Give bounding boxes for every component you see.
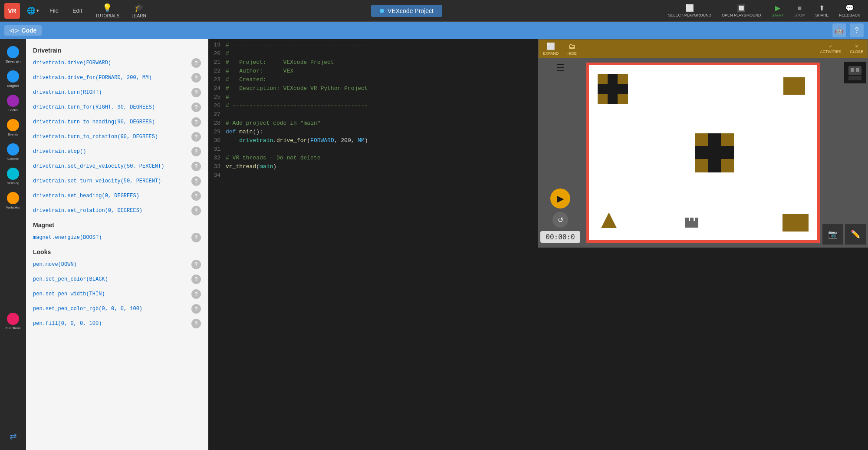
block-item[interactable]: drivetrain.stop() ? [26, 144, 208, 159]
edit-menu[interactable]: Edit [69, 6, 85, 16]
block-item[interactable]: drivetrain.turn_to_heading(90, DEGREES) … [26, 115, 208, 129]
looks-label: Looks [8, 108, 17, 112]
control-label: Control [7, 157, 19, 161]
open-playground-button[interactable]: 🔲 OPEN PLAYGROUND [718, 3, 764, 18]
learn-button[interactable]: 🎓 LEARN [129, 2, 148, 19]
help-btn[interactable]: ? [191, 73, 201, 83]
hide-label: HIDE [567, 51, 577, 56]
help-btn[interactable]: ? [191, 58, 201, 68]
sidebar-item-control[interactable]: Control [0, 141, 26, 163]
stop-icon: ■ [797, 4, 802, 12]
pg-play-button[interactable]: ▶ [550, 189, 570, 208]
stop-button[interactable]: ■ STOP [791, 3, 808, 18]
hide-button[interactable]: 🗂 HIDE [567, 43, 577, 56]
select-playground-icon: ⬜ [685, 4, 694, 12]
block-item[interactable]: drivetrain.turn(RIGHT) ? [26, 85, 208, 100]
sidebar-item-magnet[interactable]: Magnet [0, 68, 26, 90]
block-item[interactable]: magnet.energize(BOOST) ? [26, 230, 208, 245]
help-btn[interactable]: ? [191, 260, 201, 269]
help-btn[interactable]: ? [191, 176, 201, 186]
sidebar-item-functions[interactable]: Functions [0, 310, 26, 333]
block-item[interactable]: drivetrain.set_rotation(0, DEGREES) ? [26, 203, 208, 218]
pg-left-column: ☰ ▶ ↺ 00:00:0 [539, 58, 582, 247]
share-button[interactable]: ⬆ SHARE [812, 3, 832, 18]
functions-dot [7, 313, 19, 325]
playground-content: ☰ ▶ ↺ 00:00:0 [539, 58, 868, 247]
block-item[interactable]: pen.set_pen_color_rgb(0, 0, 0, 100) ? [26, 301, 208, 316]
pg-shape-cross-center [695, 133, 734, 172]
share-label: SHARE [815, 13, 829, 17]
help-btn[interactable]: ? [191, 88, 201, 97]
help-btn[interactable]: ? [191, 233, 201, 242]
drivetrain-section-title: Drivetrain [26, 43, 208, 56]
help-btn[interactable]: ? [191, 103, 201, 112]
help-btn[interactable]: ? [191, 117, 201, 127]
sidebar-item-sensing[interactable]: Sensing [0, 165, 26, 188]
activities-button[interactable]: ✓ ACTIVITIES [820, 44, 841, 54]
block-item[interactable]: drivetrain.set_turn_velocity(50, PERCENT… [26, 174, 208, 189]
help-btn[interactable]: ? [191, 162, 201, 171]
globe-button[interactable]: 🌐 ▾ [27, 7, 39, 15]
open-playground-icon: 🔲 [737, 4, 746, 12]
pg-main-area [586, 63, 820, 243]
help-btn[interactable]: ? [191, 275, 201, 284]
drivetrain-label: Drivetrain [6, 60, 20, 63]
edit-tool-button[interactable]: ✏️ [845, 224, 866, 245]
block-item[interactable]: drivetrain.turn_for(RIGHT, 90, DEGREES) … [26, 100, 208, 115]
overlay-header: ⬜ EXPAND 🗂 HIDE ✓ ACTIVITIES ✕ CLOSE [539, 40, 868, 58]
sidebar-item-looks[interactable]: Looks [0, 92, 26, 115]
open-playground-label: OPEN PLAYGROUND [722, 13, 761, 17]
svg-rect-1 [685, 218, 689, 222]
close-button[interactable]: ✕ CLOSE [850, 44, 863, 54]
camera-tool-button[interactable]: 📷 [822, 224, 843, 245]
help-btn[interactable]: ? [191, 206, 201, 215]
castle-icon [683, 212, 700, 230]
code-tab[interactable]: ◁ ▷ Code [4, 25, 42, 36]
expand-button[interactable]: ⬜ EXPAND [543, 42, 559, 56]
help-btn[interactable]: ? [191, 289, 201, 299]
pg-reset-button[interactable]: ↺ [552, 212, 568, 228]
pg-right-icons [842, 58, 868, 87]
playground-menu-icon[interactable]: ☰ [556, 63, 565, 74]
pg-shape-cross-topleft [598, 74, 628, 104]
block-item[interactable]: drivetrain.turn_to_rotation(90, DEGREES)… [26, 129, 208, 144]
block-list-panel: Drivetrain drivetrain.drive(FORWARD) ? d… [26, 39, 208, 450]
overlay-panel: ⬜ EXPAND 🗂 HIDE ✓ ACTIVITIES ✕ CLOSE [538, 39, 868, 248]
tri-shape [601, 212, 617, 228]
help-btn[interactable]: ? [191, 191, 201, 201]
sidebar-item-events[interactable]: Events [0, 116, 26, 139]
ai-button[interactable]: 🤖 [832, 23, 846, 37]
start-button[interactable]: ▶ START [768, 3, 787, 18]
start-label: START [771, 13, 784, 17]
block-item[interactable]: pen.move(DOWN) ? [26, 257, 208, 272]
svg-rect-7 [856, 68, 859, 72]
sidebar-extra-button[interactable]: ⇄ [10, 431, 17, 441]
block-item[interactable]: drivetrain.set_heading(0, DEGREES) ? [26, 189, 208, 203]
help-button[interactable]: ? [850, 23, 864, 37]
block-item[interactable]: pen.fill(0, 0, 0, 100) ? [26, 316, 208, 331]
main-layout: Drivetrain Magnet Looks Events Control S… [0, 39, 868, 450]
block-item[interactable]: pen.set_pen_width(THIN) ? [26, 287, 208, 301]
sidebar-item-variables[interactable]: Variables [0, 189, 26, 212]
pg-shape-triangle-bottomleft [601, 212, 617, 228]
feedback-button[interactable]: 💬 FEEDBACK [835, 3, 864, 18]
block-item[interactable]: drivetrain.drive_for(FORWARD, 200, MM) ? [26, 70, 208, 85]
help-btn[interactable]: ? [191, 319, 201, 328]
block-item[interactable]: pen.set_pen_color(BLACK) ? [26, 272, 208, 287]
select-playground-button[interactable]: ⬜ SELECT PLAYGROUND [664, 3, 715, 18]
help-btn[interactable]: ? [191, 132, 201, 142]
help-btn[interactable]: ? [191, 147, 201, 156]
close-label: CLOSE [850, 50, 863, 54]
file-menu[interactable]: File [46, 6, 62, 16]
code-editor[interactable]: 19 # -----------------------------------… [208, 39, 868, 450]
project-title: VEXcode Project [371, 5, 442, 17]
start-icon: ▶ [775, 4, 780, 12]
help-btn[interactable]: ? [191, 304, 201, 314]
block-item[interactable]: drivetrain.drive(FORWARD) ? [26, 56, 208, 70]
tutorials-button[interactable]: 💡 TUTORIALS [92, 2, 122, 19]
control-dot [7, 143, 19, 156]
sidebar-item-drivetrain[interactable]: Drivetrain [0, 43, 26, 66]
pg-robot-icon [844, 62, 866, 83]
ai-icon: 🤖 [835, 26, 844, 35]
block-item[interactable]: drivetrain.set_drive_velocity(50, PERCEN… [26, 159, 208, 174]
